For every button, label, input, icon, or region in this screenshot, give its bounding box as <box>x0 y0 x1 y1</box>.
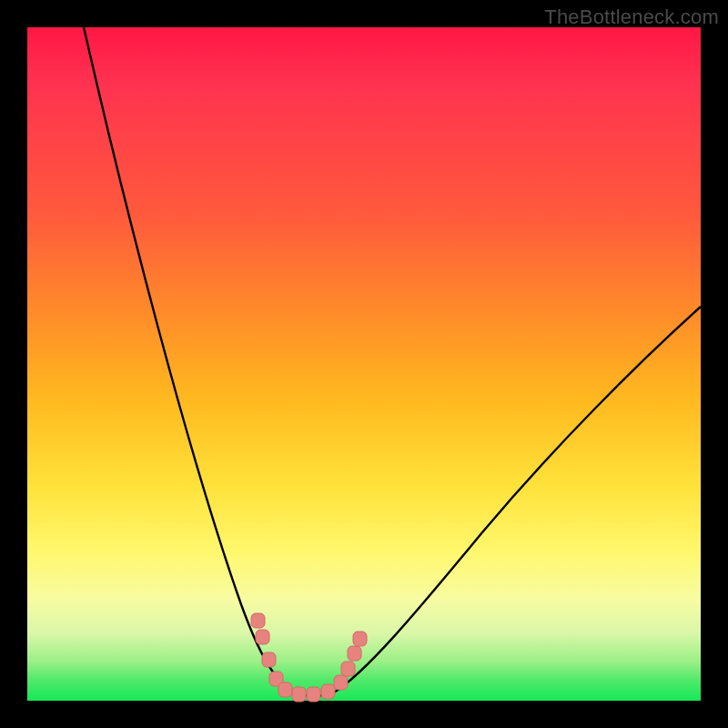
marker <box>334 675 348 690</box>
marker <box>341 662 355 676</box>
curve-left <box>84 27 300 695</box>
marker-group <box>251 613 367 702</box>
plot-area <box>27 27 701 701</box>
marker <box>321 684 335 699</box>
curve-layer <box>27 27 701 701</box>
marker <box>307 687 320 702</box>
marker <box>278 682 292 697</box>
watermark-text: TheBottleneck.com <box>544 5 719 29</box>
frame: TheBottleneck.com <box>0 0 728 728</box>
marker <box>262 652 276 667</box>
marker <box>353 632 367 646</box>
marker <box>256 630 269 644</box>
marker <box>251 613 265 628</box>
marker <box>292 687 306 702</box>
marker <box>348 646 361 661</box>
curve-right <box>332 307 701 693</box>
